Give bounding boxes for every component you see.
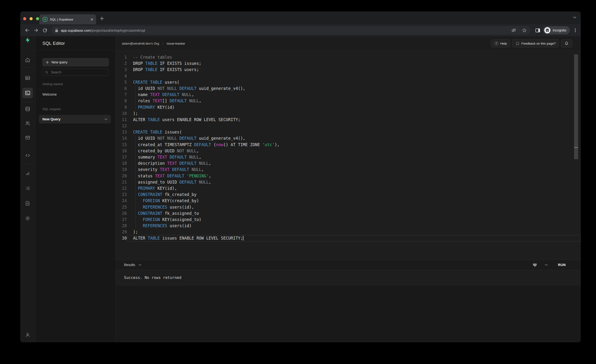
code-line[interactable]: 23 CONSTRAINT fk_created_by: [116, 191, 581, 198]
reports-icon[interactable]: [22, 168, 33, 179]
code-line[interactable]: 28 REFERENCES users(id): [116, 223, 581, 229]
code-line[interactable]: 18 description TEXT DEFAULT NULL,: [116, 160, 581, 166]
run-options-chevron-icon[interactable]: [545, 264, 548, 266]
results-dropdown[interactable]: Results: [124, 263, 135, 267]
line-number: 28: [116, 223, 127, 229]
line-number: 9: [116, 104, 127, 110]
sql-editor-icon[interactable]: [22, 88, 33, 98]
line-number: 16: [116, 148, 127, 154]
code-line[interactable]: 29);: [116, 229, 581, 235]
rail-divider: [22, 67, 33, 68]
auth-users-icon[interactable]: [22, 118, 33, 128]
sidebar-item-new-query[interactable]: New Query: [39, 115, 111, 124]
code-line[interactable]: 30ALTER TABLE issues ENABLE ROW LEVEL SE…: [116, 235, 581, 241]
edge-functions-icon[interactable]: [22, 150, 33, 161]
code-line[interactable]: 17 summary TEXT DEFAULT NULL,: [116, 154, 581, 160]
code-line[interactable]: 16 created_by UUID NOT NULL,: [116, 148, 581, 154]
reload-button[interactable]: [41, 27, 48, 34]
line-number: 29: [116, 229, 127, 235]
side-panel-icon[interactable]: [535, 27, 541, 33]
minimize-window-button[interactable]: [30, 17, 33, 20]
line-number: 2: [116, 60, 127, 67]
line-number: 14: [116, 135, 127, 141]
tab-title: SQL | Supabase: [50, 18, 90, 21]
code-line[interactable]: 8 roles TEXT[] DEFAULT NULL,: [116, 98, 581, 104]
code-line[interactable]: 4: [116, 73, 581, 79]
code-line[interactable]: 26 CONSTRAINT fk_assigned_to: [116, 210, 581, 216]
code-line[interactable]: 9 PRIMARY KEY(id): [116, 104, 581, 110]
code-line[interactable]: 7 name TEXT DEFAULT NULL,: [116, 91, 581, 98]
code-line[interactable]: 13CREATE TABLE issues(: [116, 129, 581, 135]
favorite-heart-icon[interactable]: [533, 263, 537, 267]
editor-scrollbar[interactable]: [574, 54, 578, 159]
line-number: 19: [116, 166, 127, 173]
breadcrumb-separator: /: [163, 42, 164, 45]
code-line[interactable]: 24 FOREIGN KEY(created_by): [116, 198, 581, 204]
search-icon: [45, 71, 48, 74]
bookmark-star-icon[interactable]: [521, 27, 527, 33]
table-editor-icon[interactable]: [22, 73, 33, 83]
line-number: 25: [116, 204, 127, 210]
code-line[interactable]: 3DROP TABLE IF EXISTS users;: [116, 67, 581, 73]
api-docs-icon[interactable]: [22, 198, 33, 208]
notifications-button[interactable]: [561, 39, 572, 47]
url-text: app.supabase.com/project/azahtnhqohyjerz…: [61, 28, 145, 32]
new-query-button[interactable]: New query: [42, 58, 109, 66]
code-line[interactable]: 10);: [116, 110, 581, 117]
tab-strip: SQL | Supabase: [20, 11, 581, 24]
sidebar-item-welcome[interactable]: Welcome: [42, 92, 57, 96]
home-icon[interactable]: [22, 55, 33, 65]
browser-menu-icon[interactable]: [572, 27, 578, 33]
url-bar[interactable]: app.supabase.com/project/azahtnhqohyjerz…: [52, 26, 531, 35]
forward-button[interactable]: [33, 27, 39, 34]
help-icon: ?: [494, 41, 498, 45]
code-line[interactable]: 19 severity TEXT DEFAULT NULL,: [116, 166, 581, 173]
run-button[interactable]: RUN: [558, 263, 566, 267]
tab-list-chevron-icon[interactable]: [573, 16, 576, 19]
account-icon[interactable]: [22, 330, 33, 340]
line-number: 3: [116, 67, 127, 73]
supabase-app: SQL Editor New query Getting startedWelc…: [20, 36, 581, 342]
sql-editor-sidebar: SQL Editor New query Getting startedWelc…: [35, 36, 116, 342]
feedback-button[interactable]: Feedback on this page?: [512, 39, 559, 47]
back-button[interactable]: [24, 27, 30, 34]
code-line[interactable]: 2DROP TABLE IF EXISTS issues;: [116, 60, 581, 67]
chevron-down-icon[interactable]: [104, 118, 108, 120]
supabase-logo-icon[interactable]: [22, 35, 33, 45]
help-button[interactable]: ? Help: [491, 39, 510, 47]
text-cursor: [243, 236, 243, 240]
database-icon[interactable]: [22, 104, 33, 114]
search-input[interactable]: [50, 70, 106, 74]
line-number: 4: [116, 73, 127, 79]
browser-tab[interactable]: SQL | Supabase: [39, 14, 96, 24]
zoom-window-button[interactable]: [36, 17, 39, 20]
logs-icon[interactable]: [22, 183, 33, 193]
code-line[interactable]: 1-- Create tables: [116, 54, 581, 60]
code-line[interactable]: 21 assigned_to UUID DEFAULT NULL,: [116, 179, 581, 185]
browser-toolbar: app.supabase.com/project/azahtnhqohyjerz…: [20, 24, 581, 36]
close-tab-icon[interactable]: [90, 18, 94, 21]
chevron-down-icon[interactable]: [139, 264, 142, 266]
new-tab-button[interactable]: [99, 15, 105, 21]
storage-icon[interactable]: [22, 132, 33, 143]
code-line[interactable]: 14 id UUID NOT NULL DEFAULT uuid_generat…: [116, 135, 581, 141]
code-editor[interactable]: 1-- Create tables2DROP TABLE IF EXISTS i…: [116, 51, 581, 260]
code-line[interactable]: 22 PRIMARY KEY(id),: [116, 185, 581, 191]
code-line[interactable]: 12: [116, 123, 581, 129]
sidebar-header: SQL Editor: [35, 36, 116, 51]
code-line[interactable]: 11ALTER TABLE users ENABLE ROW LEVEL SEC…: [116, 117, 581, 123]
code-line[interactable]: 25 REFERENCES users(id),: [116, 204, 581, 210]
settings-gear-icon[interactable]: [22, 213, 33, 223]
code-line[interactable]: 15 created_at TIMESTAMPTZ DEFAULT (now()…: [116, 141, 581, 148]
chat-bubble-icon: [515, 41, 520, 45]
close-window-button[interactable]: [23, 17, 26, 20]
breadcrumb-org[interactable]: adam@windmill.dev's Org: [122, 42, 159, 45]
section-label-sql-snippets: SQL snippets: [42, 107, 61, 111]
snippet-search: [42, 69, 109, 76]
code-line[interactable]: 6 id UUID NOT NULL DEFAULT uuid_generate…: [116, 85, 581, 91]
eye-off-icon[interactable]: [511, 27, 517, 33]
code-line[interactable]: 5CREATE TABLE users(: [116, 79, 581, 85]
code-line[interactable]: 27 FOREIGN KEY(assigned_to): [116, 216, 581, 223]
code-line[interactable]: 20 status TEXT DEFAULT 'PENDING',: [116, 173, 581, 179]
breadcrumb-project[interactable]: issue-tracker: [167, 42, 185, 45]
